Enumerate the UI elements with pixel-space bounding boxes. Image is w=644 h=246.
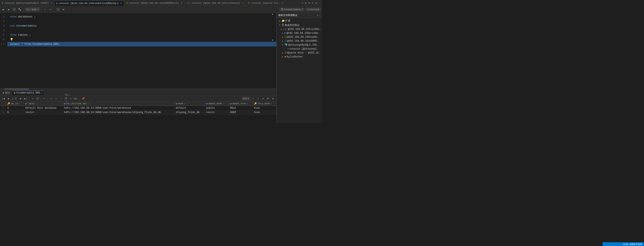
sidebar-item-hiveflink[interactable]: ▶ ⬡ @192.168.88.24HiveOn… xyxy=(277,35,322,39)
kylin-arrow-icon: ▶ xyxy=(282,56,284,58)
compare-btn[interactable]: ⇄ xyxy=(261,97,265,101)
download-btn[interactable]: ⬇ xyxy=(251,97,255,101)
stop-results-btn[interactable]: ⬛ xyxy=(36,97,40,101)
tab-settings-icon[interactable]: ⚙ xyxy=(304,1,307,5)
tab-split-icon[interactable]: ⊞ xyxy=(308,1,310,5)
owner-name-sort-icon: ⇅ xyxy=(223,102,224,105)
dbs-table-icon: ⊞ xyxy=(14,91,15,95)
sidebar-item-clickhouse[interactable]: ▶ ||| @192.168.88.22ClickHo… xyxy=(277,27,322,31)
col-header-uri[interactable]: ▤ DB_LOCATION_URI ⇅ xyxy=(62,102,174,106)
view-btn[interactable]: 👁 xyxy=(266,97,270,101)
sidebar-gear-icon[interactable]: ⚙ xyxy=(317,14,318,17)
console-conn[interactable]: ⌨ console xyxy=(306,8,321,11)
code-editor[interactable]: show databases ; use hivemetadata; show … xyxy=(8,13,276,88)
commit-btn[interactable]: ✓ xyxy=(43,7,48,12)
first-page-btn[interactable]: |◀ xyxy=(1,97,6,101)
tab-usdp-hive[interactable]: ⬡ console [@192.168.88.101USDP的Hive] ✕ xyxy=(124,0,184,6)
tab-dropdown-icon[interactable]: ▾ xyxy=(301,1,304,5)
stop-btn[interactable]: ⬛ xyxy=(12,7,16,12)
tab-hive-flink[interactable]: ▶ console [@192.168.88.24HiveOnFlink的MyS… xyxy=(54,0,124,6)
cell-owner-type-1: ROLE xyxy=(228,106,252,110)
tab-clickhouse[interactable]: ||| console [@192.168.88.22ClickHouse] ✕ xyxy=(184,0,246,6)
col-header-owner-type[interactable]: ▤ OWNER_TYPE ⇅ xyxy=(228,102,252,106)
settings-results-btn[interactable]: ⚙ xyxy=(271,97,275,101)
sidebar-item-db-console[interactable]: ▼ 🗄 数据库控制台 xyxy=(277,23,322,27)
col-header-ctlg[interactable]: 🔑 CTLG_NAME ⇅ xyxy=(252,102,276,106)
wrench-icon[interactable]: 🔧 xyxy=(18,7,22,12)
tab-minimize-icon[interactable]: — xyxy=(318,1,321,5)
undo-btn[interactable]: ↩ xyxy=(49,97,53,101)
sidebar-item-doris[interactable]: ▶ ▶ @192.168.88.23DorisDo… xyxy=(277,31,322,35)
close-icon-apache-hive[interactable]: ✕ xyxy=(282,2,283,5)
close-dbs-icon[interactable]: ✕ xyxy=(41,92,42,94)
close-icon-hive-flink[interactable]: ✕ xyxy=(120,2,122,5)
ddl-btn[interactable]: DDL xyxy=(73,97,78,101)
console-icon: ⌨ xyxy=(307,8,309,11)
reload-btn[interactable]: ↺ xyxy=(30,97,34,101)
tx-dropdown[interactable]: Tx: 自动 ▾ xyxy=(25,8,40,12)
tx-results-dropdown[interactable]: Tx: 自动 ▾ xyxy=(66,97,70,101)
col-header-owner-name[interactable]: ▤ OWNER_NAME ⇅ xyxy=(204,102,228,106)
clickhouse-arrow-icon: ▶ xyxy=(280,28,282,31)
tab-icon-apache-hive: ⬡ xyxy=(248,2,250,4)
owner-type-sort-icon: ⇅ xyxy=(247,102,248,105)
upload-btn[interactable]: ↑ xyxy=(59,97,63,101)
line-1: 1 xyxy=(3,15,4,19)
csv-export-btn[interactable]: CSV ▾ xyxy=(242,97,250,100)
stop-btn2[interactable]: ⬛ xyxy=(56,7,60,12)
table-view-btn[interactable]: ⊞ xyxy=(61,7,66,12)
tab-pin-icon[interactable]: ≡ xyxy=(312,1,314,5)
desc-col-icon: ▤ xyxy=(25,102,27,105)
table-row: 1 1 Default Hive database hdfs://192.168… xyxy=(0,106,276,110)
sep3 xyxy=(54,8,54,12)
data-table-container[interactable]: 🔑 DB_ID ⇅ ▤ 'DESC' ⇅ xyxy=(0,102,276,123)
upload2-btn[interactable]: ⬆ xyxy=(256,97,260,101)
sidebar-item-console-mysql[interactable]: ▶ ⌨ console [@zhiyong1… xyxy=(277,47,322,51)
sidebar-item-mysql[interactable]: ▼ 🐬 @zhiyong1MySQL5.7US… xyxy=(277,43,322,47)
run-all-btn[interactable]: ▶ xyxy=(1,7,6,12)
rollback-btn[interactable]: ↩ xyxy=(48,7,53,12)
next-page-btn[interactable]: ▶ xyxy=(18,97,23,101)
doris-arrow-icon: ▶ xyxy=(282,32,284,34)
close-icon-clickhouse[interactable]: ✕ xyxy=(242,2,244,5)
toolbar-right: 🗄 hivemetadata ▾ ⌨ console xyxy=(279,8,321,11)
db_id-label: DB_ID xyxy=(11,102,18,105)
txt1: databases xyxy=(16,15,34,19)
mysql-label: @zhiyong1MySQL5.7US… xyxy=(288,44,318,46)
add-row-btn[interactable]: + xyxy=(42,97,46,101)
col-header-desc[interactable]: ▤ 'DESC' ⇅ xyxy=(24,102,62,106)
ctlg-sort-icon: ⇅ xyxy=(271,102,272,105)
sidebar-item-usdp[interactable]: ▶ ⬡ @192.168.88.101USDPE… xyxy=(277,39,322,43)
output-icon: ▶ xyxy=(3,91,4,94)
bottom-scrollbar[interactable] xyxy=(0,88,276,90)
csv-label: CSV xyxy=(243,97,247,100)
cell-db_id-2: 6 xyxy=(6,110,24,115)
tab-gear-icon[interactable]: ⚙ xyxy=(315,1,317,5)
op5: ; xyxy=(30,33,31,37)
col-header-name[interactable]: ▤ NAME ⇅ xyxy=(174,102,204,106)
tab-mysql[interactable]: ▶ console [@zhiyong1MySQL5.7USDP] ✕ xyxy=(0,0,54,6)
csv-arrow-icon: ▾ xyxy=(248,97,249,100)
sidebar-close-icon[interactable]: — xyxy=(319,14,320,17)
txt3 xyxy=(15,24,16,28)
kw-show2: show xyxy=(10,33,16,37)
results-tab-dbs[interactable]: ⊞ hivemetadata.DBS ✕ xyxy=(12,91,44,95)
pin-btn[interactable]: 📌 xyxy=(81,97,85,101)
hivemetadata-conn[interactable]: 🗄 hivemetadata ▾ xyxy=(279,8,304,11)
tab-apache-hive[interactable]: ⬡ console [Apache Hiv… ✕ xyxy=(246,0,285,6)
redo-btn[interactable]: ↪ xyxy=(54,97,58,101)
prev-page-btn[interactable]: ◀ xyxy=(6,97,10,101)
close-icon-mysql[interactable]: ✕ xyxy=(51,2,52,5)
conn-label: hivemetadata xyxy=(284,8,300,11)
sidebar-item-apache-hive[interactable]: ▶ ⬡ Apache Hive - @192.16… xyxy=(277,51,322,55)
col-header-db_id[interactable]: 🔑 DB_ID ⇅ xyxy=(6,102,24,106)
last-page-btn[interactable]: ▶| xyxy=(24,97,28,101)
cell-uri-1: hdfs://192.168.88.24:9000/user/hive/ware… xyxy=(62,106,174,110)
close-icon-usdp-hive[interactable]: ✕ xyxy=(181,2,182,5)
line-num-7: ✓ 7 xyxy=(0,42,6,46)
results-tab-output[interactable]: ▶ 输出 xyxy=(1,90,12,95)
run-btn[interactable]: ▶ xyxy=(6,7,11,12)
tx-label: Tx: 自动 xyxy=(26,8,36,11)
sidebar-item-kylin[interactable]: ▶ ◆ KylinDocker xyxy=(277,55,322,59)
sidebar-item-root-folder[interactable]: ▶ 📁 扩展 xyxy=(277,19,322,23)
